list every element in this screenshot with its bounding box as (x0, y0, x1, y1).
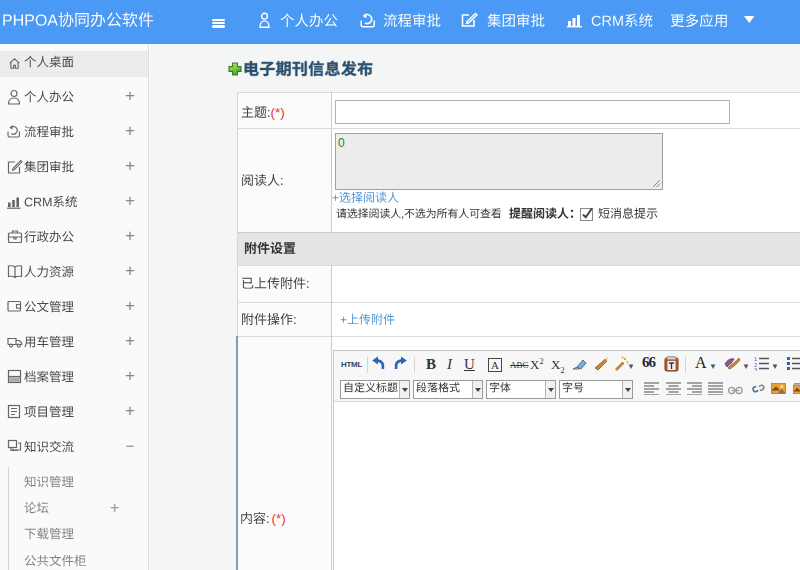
svg-text:3: 3 (754, 367, 757, 372)
